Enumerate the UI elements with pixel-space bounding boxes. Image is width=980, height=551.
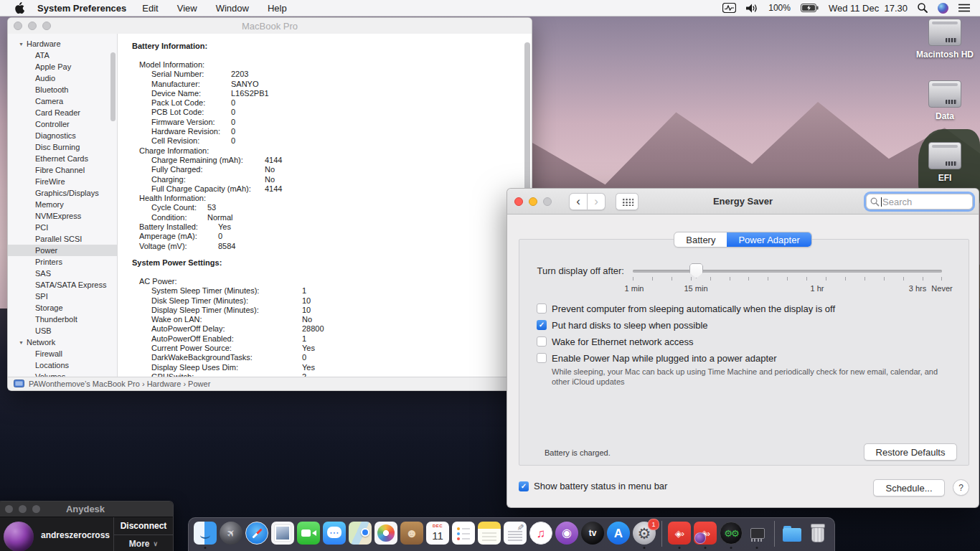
dock-icon-launchpad[interactable]: ✈ (218, 518, 244, 551)
dock-icon-anydesk-alt[interactable]: ◈› (692, 518, 718, 551)
desktop-drive[interactable]: Macintosh HD (915, 19, 974, 60)
sidebar-item[interactable]: ▼ Card Reader (8, 107, 117, 118)
sidebar-item[interactable]: ▼ Printers (8, 256, 117, 268)
sidebar-item[interactable]: ▼ Controller (8, 118, 117, 130)
checkbox[interactable]: ✓ (537, 320, 547, 330)
spotlight-icon[interactable] (918, 3, 928, 13)
restore-defaults-button[interactable]: Restore Defaults (864, 443, 957, 461)
dock-icon-gears-utility[interactable]: ⚙⚙ (718, 518, 744, 551)
sidebar-item[interactable]: ▼ SAS (8, 268, 117, 279)
dock-icon-messages[interactable]: ⋯ (321, 518, 347, 551)
dock-icon-maps[interactable] (347, 518, 373, 551)
sidebar-item[interactable]: ▼ Memory (8, 199, 117, 210)
sidebar-item[interactable]: ▼ Audio (8, 72, 117, 84)
dock-icon-music[interactable]: ♫ (528, 518, 554, 551)
menu-item[interactable]: View (177, 3, 197, 14)
sidebar-scrollbar[interactable] (110, 52, 116, 121)
help-button[interactable]: ? (953, 479, 969, 496)
dock-icon-reminders[interactable] (451, 518, 476, 551)
energy-saver-toolbar[interactable]: Energy Saver ‹ › Search (507, 189, 979, 215)
dock-icon-trash[interactable] (805, 518, 831, 551)
checkbox[interactable]: ✓ (537, 336, 547, 347)
sidebar-item[interactable]: ▼ PCI (8, 222, 117, 233)
sidebar-item[interactable]: ▼ Bluetooth (8, 84, 117, 95)
sidebar-item[interactable]: ▼ Graphics/Displays (8, 187, 117, 199)
dock-icon-safari[interactable] (244, 518, 270, 551)
info-line: Fully Charged: No (118, 165, 532, 174)
sidebar-item[interactable]: ▼ SPI (8, 291, 117, 302)
display-off-slider-track[interactable] (633, 270, 942, 273)
sidebar-item[interactable]: ▼ ATA (8, 50, 117, 61)
show-battery-checkbox[interactable]: ✓ (519, 481, 529, 491)
display-off-slider-thumb[interactable] (689, 263, 703, 278)
siri-icon[interactable] (938, 3, 948, 14)
menu-item[interactable]: Edit (142, 3, 158, 14)
anydesk-status-icon[interactable] (722, 3, 736, 13)
tab-power-adapter[interactable]: Power Adapter (727, 232, 811, 247)
dock-icon-chip-utility[interactable] (744, 518, 770, 551)
checkbox[interactable]: ✓ (537, 303, 547, 314)
sidebar-item[interactable]: ▼ FireWire (8, 176, 117, 187)
search-input[interactable]: Search (866, 194, 973, 209)
volume-icon[interactable] (746, 4, 758, 13)
sidebar-item[interactable]: ▼ SATA/SATA Express (8, 279, 117, 291)
dock-icon-tv[interactable]: tv (580, 518, 606, 551)
schedule-button[interactable]: Schedule... (873, 479, 945, 496)
dock-icon-facetime[interactable] (296, 518, 321, 551)
sidebar-item[interactable]: ▼ Apple Pay (8, 61, 117, 72)
sidebar-item[interactable]: ▼ Network (8, 336, 117, 348)
sidebar-item[interactable]: ▼ Locations (8, 359, 117, 371)
sidebar-item[interactable]: ▼ Camera (8, 95, 117, 107)
minimize-button[interactable] (529, 197, 537, 206)
more-dropdown[interactable]: More ∨ (114, 535, 173, 551)
dock-icon-photos[interactable] (373, 518, 399, 551)
dock-icon-appstore[interactable]: A (606, 518, 631, 551)
sidebar-item[interactable]: ▼ USB (8, 325, 117, 336)
disconnect-button[interactable]: Disconnect (114, 517, 173, 535)
dock-icon-podcasts[interactable]: ◉ (554, 518, 580, 551)
menu-item[interactable]: Window (216, 3, 249, 14)
dock-icon-notes[interactable] (476, 518, 502, 551)
battery-icon[interactable] (801, 4, 819, 12)
hard-drive-icon[interactable] (928, 80, 961, 108)
active-app-menu[interactable]: System Preferences (37, 3, 126, 14)
hard-drive-icon[interactable] (928, 142, 961, 169)
sysinfo-titlebar[interactable]: MacBook Pro (8, 18, 532, 34)
sidebar-item[interactable]: ▼ Power (8, 245, 117, 256)
sidebar-item[interactable]: ▼ Storage (8, 302, 117, 314)
disclosure-triangle-icon[interactable]: ▼ (19, 42, 24, 47)
menu-bar-clock[interactable]: Wed 11 Dec 17.30 (829, 3, 908, 14)
dock-icon-finder[interactable] (192, 518, 218, 551)
apple-menu-icon[interactable] (0, 2, 37, 14)
sidebar-item[interactable]: ▼ Disc Burning (8, 141, 117, 153)
sidebar-item[interactable]: ▼ Fibre Channel (8, 164, 117, 176)
sidebar-item[interactable]: ▼ Parallel SCSI (8, 233, 117, 245)
sidebar-item[interactable]: ▼ Ethernet Cards (8, 153, 117, 164)
sidebar-item[interactable]: ▼ NVMExpress (8, 210, 117, 222)
back-button[interactable]: ‹ (569, 193, 588, 210)
dock-icon-textedit[interactable]: ✎ (502, 518, 528, 551)
hard-drive-icon[interactable] (928, 19, 961, 46)
menu-item[interactable]: Help (268, 3, 287, 14)
tab-battery[interactable]: Battery (674, 232, 727, 247)
notification-center-icon[interactable] (958, 4, 970, 12)
sidebar-item[interactable]: ▼ Firewall (8, 348, 117, 359)
checkbox[interactable]: ✓ (537, 353, 547, 363)
desktop-drive[interactable]: EFI (915, 142, 974, 183)
dock-icon-system-preferences[interactable]: ⚙ 1 (631, 518, 657, 551)
anydesk-titlebar[interactable]: Anydesk (0, 501, 173, 517)
zoom-button[interactable] (543, 197, 552, 206)
disclosure-triangle-icon[interactable]: ▼ (19, 340, 24, 345)
dock-icon-contacts[interactable]: ☻ (399, 518, 425, 551)
sidebar-item[interactable]: ▼ Hardware (8, 38, 117, 50)
sidebar-item[interactable]: ▼ Diagnostics (8, 130, 117, 141)
dock-icon-mail[interactable] (270, 518, 296, 551)
sidebar-item[interactable]: ▼ Thunderbolt (8, 314, 117, 325)
dock-icon-calendar[interactable]: DEC 11 (425, 518, 451, 551)
forward-button[interactable]: › (588, 193, 606, 210)
close-button[interactable] (514, 197, 523, 206)
show-all-preferences-button[interactable] (616, 193, 639, 210)
dock-icon-anydesk[interactable]: ◈› (666, 518, 692, 551)
dock-icon-downloads-folder[interactable] (779, 518, 805, 551)
desktop-drive[interactable]: Data (915, 80, 974, 121)
